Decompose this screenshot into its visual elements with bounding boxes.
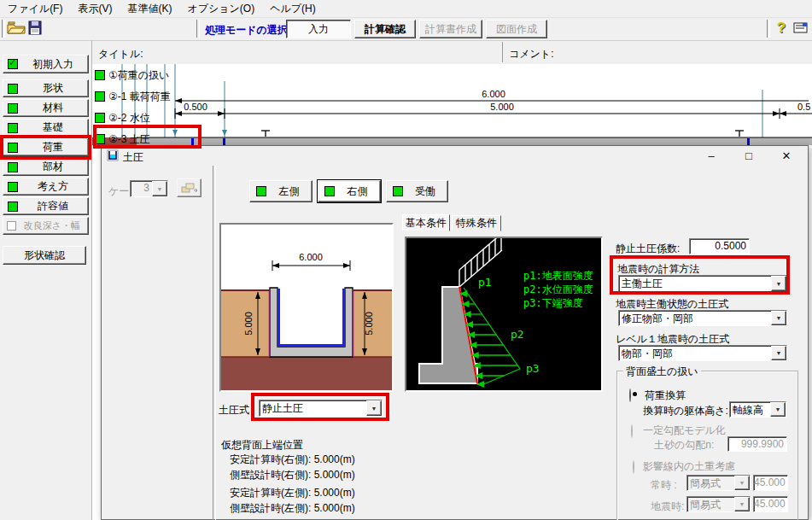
green-status-icon: [256, 186, 266, 196]
sidebar: 初期入力 形状 材料 基礎 荷重 部材 考え方 許容値 改良深さ・幅 形状確認: [0, 40, 92, 520]
sidebar-item-approach[interactable]: 考え方: [3, 178, 89, 196]
sidebar-item-foundation[interactable]: 基礎: [3, 119, 89, 137]
section-dim-width: 6.000: [299, 252, 323, 262]
section-dim-height-right: 5.000: [364, 312, 374, 336]
save-icon: [28, 20, 42, 35]
mode-report-button[interactable]: 計算書作成: [419, 20, 482, 38]
sidebar-item-material[interactable]: 材料: [3, 99, 89, 117]
influence-line-label: 影響線内の土重考慮: [643, 459, 735, 474]
minimize-icon: –: [708, 149, 714, 162]
sidebar-item-allowable[interactable]: 許容値: [3, 197, 89, 215]
p3-label: p3: [526, 362, 540, 375]
case-link-button[interactable]: [177, 178, 202, 197]
nav-item-water-level[interactable]: ②-2 水位: [95, 109, 150, 126]
k0-input[interactable]: 0.5000: [689, 238, 750, 254]
chevron-down-icon: ▼: [152, 181, 167, 196]
constant-slope-label: 一定勾配モデル化: [643, 424, 726, 438]
sidebar-item-load[interactable]: 荷重: [3, 138, 89, 156]
green-status-icon: [8, 162, 18, 172]
level1-select[interactable]: 物部・岡部 ▼: [618, 345, 787, 361]
seismic-time-select[interactable]: 簡易式 ▼: [686, 496, 751, 512]
pressure-formula-label: 土圧式: [219, 403, 249, 418]
sidebar-item-member[interactable]: 部材: [3, 158, 89, 176]
app-window: { "menu": {"items": ["ファイル(F)", "表示(V)",…: [0, 0, 812, 520]
header-divider: [502, 42, 503, 62]
mode-input-button[interactable]: 入力: [286, 20, 351, 38]
k0-label: 静止土圧係数:: [616, 242, 680, 256]
nav-item-load-handling[interactable]: ①荷重の扱い: [95, 67, 169, 84]
legend-p3: p3:下端強度: [523, 297, 583, 309]
help-button[interactable]: ?: [773, 20, 790, 38]
open-file-button[interactable]: [7, 20, 26, 38]
virtual-back-line: 安定計算時(右側): 5.000(m): [230, 453, 355, 467]
passive-button[interactable]: 受働: [386, 180, 448, 202]
normal-time-input[interactable]: 45.000: [753, 475, 788, 491]
sidebar-item-improvement[interactable]: 改良深さ・幅: [3, 217, 89, 235]
mode-calc-check-button[interactable]: 計算確認: [354, 20, 416, 38]
seismic-active-select[interactable]: 修正物部・岡部 ▼: [618, 310, 787, 326]
chevron-down-icon: ▼: [771, 311, 786, 325]
sidebar-item-initial-input[interactable]: 初期入力: [3, 55, 89, 73]
toolbar-separator: [196, 20, 200, 38]
channel-app-icon: [107, 149, 119, 161]
menu-file[interactable]: ファイル(F): [0, 0, 70, 18]
mode-drawing-button[interactable]: 図面作成: [486, 20, 547, 38]
dim-total-width: 6.000: [482, 89, 505, 99]
normal-time-label: 常時 :: [651, 478, 677, 493]
maximize-button[interactable]: □: [730, 146, 768, 166]
menu-bar: ファイル(F) 表示(V) 基準値(K) オプション(O) ヘルプ(H): [0, 0, 812, 18]
menu-view[interactable]: 表示(V): [70, 0, 120, 18]
case-count-select[interactable]: 3 ▼: [130, 180, 168, 197]
green-status-icon: [8, 143, 18, 153]
chevron-down-icon: ▼: [366, 400, 382, 416]
dialog-title-bar[interactable]: 土圧 – □ ✕: [102, 146, 808, 166]
virtual-back-line: 側壁設計時(左側): 5.000(m): [230, 501, 355, 516]
green-status-icon: [95, 113, 105, 123]
sidebar-item-shape[interactable]: 形状: [3, 79, 89, 97]
chevron-down-icon: ▼: [770, 402, 786, 417]
dim-inner-width: 5.000: [490, 102, 514, 112]
nav-item-surcharge[interactable]: ②-1 載荷荷重: [95, 88, 171, 105]
pressure-formula-select[interactable]: 静止土圧 ▼: [259, 400, 383, 417]
pressure-diagram: p1 p2 p3 p1:地表面強度 p2:水位面強度 p3:下端強度: [406, 238, 601, 390]
normal-time-select[interactable]: 簡易式 ▼: [686, 475, 751, 491]
legend-p1: p1:地表面強度: [523, 270, 593, 282]
virtual-back-heading: 仮想背面上端位置: [221, 438, 303, 453]
unchecked-checkbox-icon: [7, 221, 16, 231]
chevron-down-icon: ▼: [734, 497, 750, 511]
maximize-icon: □: [745, 149, 752, 162]
save-button[interactable]: [28, 20, 42, 38]
seismic-time-input[interactable]: 45.000: [753, 496, 788, 512]
green-status-icon: [95, 134, 105, 144]
plan-dimension-drawing: 6.000 0.500 5.000 0.5: [92, 64, 812, 145]
virtual-back-line: 側壁設計時(右側): 5.000(m): [230, 468, 355, 482]
tab-special-conditions[interactable]: 特殊条件: [452, 215, 501, 231]
dialog-divider: [213, 166, 216, 520]
pressure-diagram-panel: p1 p2 p3 p1:地表面強度 p2:水位面強度 p3:下端強度: [405, 237, 603, 392]
load-conversion-label: 荷重換算: [645, 389, 686, 403]
legend-p2: p2:水位面強度: [523, 283, 593, 295]
mode-select-label: 処理モードの選択: [205, 23, 288, 38]
soil-slope-input[interactable]: 999.9900: [727, 436, 787, 452]
section-dim-height-left: 5.000: [243, 312, 254, 336]
menu-options[interactable]: オプション(O): [179, 0, 262, 18]
info-button[interactable]: [793, 22, 809, 37]
green-status-icon: [8, 103, 18, 114]
body-height-select[interactable]: 軸線高 ▼: [729, 401, 786, 418]
seismic-method-select[interactable]: 主働土圧 ▼: [618, 275, 787, 292]
tab-basic-conditions[interactable]: 基本条件: [402, 214, 450, 231]
load-conversion-radio[interactable]: [629, 389, 631, 402]
close-icon: ✕: [782, 149, 792, 162]
left-side-button[interactable]: 左側: [249, 180, 313, 202]
influence-line-radio[interactable]: [633, 460, 634, 474]
minimize-button[interactable]: –: [692, 146, 730, 166]
sidebar-item-shape-confirm[interactable]: 形状確認: [3, 246, 86, 265]
body-height-label: 換算時の躯体高さ:: [643, 404, 728, 418]
menu-standards[interactable]: 基準値(K): [120, 0, 179, 18]
right-side-button[interactable]: 右側: [318, 180, 381, 202]
close-button[interactable]: ✕: [768, 146, 805, 166]
virtual-back-line: 安定計算時(左側): 5.000(m): [230, 486, 355, 500]
chevron-down-icon: ▼: [771, 276, 786, 291]
constant-slope-radio[interactable]: [631, 424, 633, 438]
menu-help[interactable]: ヘルプ(H): [262, 0, 324, 18]
